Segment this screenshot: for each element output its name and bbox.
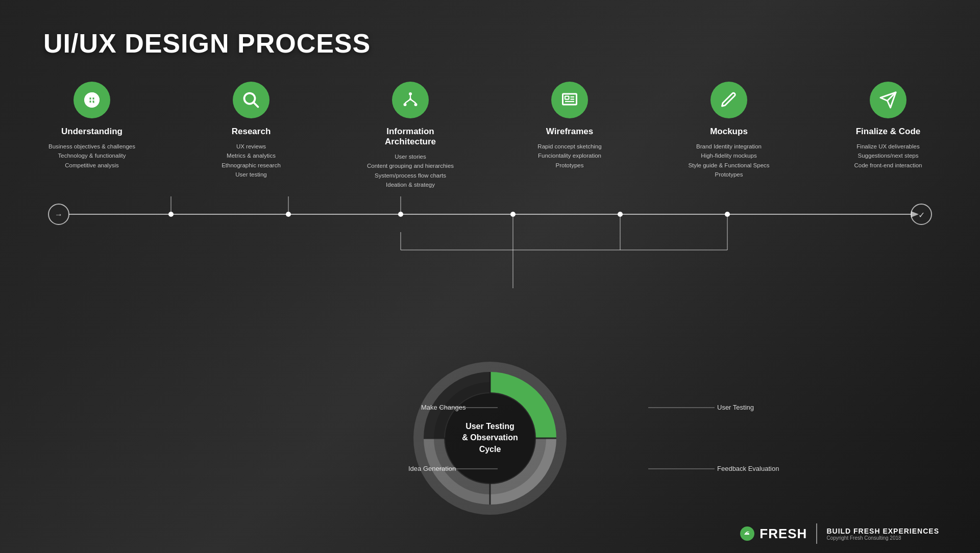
step-info-arch-items: User stories Content grouping and hierar… <box>367 152 454 190</box>
list-item: High-fidelity mockups <box>688 151 769 160</box>
page-title: UI/UX DESIGN PROCESS <box>43 28 371 59</box>
step-finalize-title: Finalize & Code <box>856 127 921 137</box>
step-info-arch: Information Architecture User stories Co… <box>362 82 459 190</box>
list-item: User testing <box>222 170 281 179</box>
list-item: User stories <box>367 152 454 161</box>
list-item: System/process flow charts <box>367 171 454 180</box>
step-understanding-items: Business objectives & challenges Technol… <box>48 142 135 170</box>
list-item: Metrics & analytics <box>222 151 281 160</box>
list-item: Competitive analysis <box>48 161 135 170</box>
footer-divider <box>816 523 817 544</box>
list-item: Ethnographic research <box>222 161 281 170</box>
svg-rect-11 <box>565 96 569 99</box>
step-finalize: Finalize & Code Finalize UX deliverables… <box>840 82 937 170</box>
cycle-diagram: User Testing & Observation Cycle User Te… <box>408 357 572 520</box>
step-mockups-items: Brand Identity integration High-fidelity… <box>688 142 769 180</box>
step-research-title: Research <box>232 127 271 137</box>
footer-tagline: BUILD FRESH EXPERIENCES Copyright Fresh … <box>826 527 939 541</box>
list-item: Finalize UX deliverables <box>854 142 922 151</box>
list-item: Style guide & Functional Specs <box>688 161 769 170</box>
step-wireframes: Wireframes Rapid concept sketching Funci… <box>521 82 618 170</box>
list-item: Ideation & strategy <box>367 180 454 189</box>
main-content: UI/UX DESIGN PROCESS Understanding Busin… <box>0 0 980 553</box>
svg-text:Feedback Evaluation: Feedback Evaluation <box>717 465 779 472</box>
list-item: Funciontality exploration <box>537 151 601 160</box>
mockups-icon <box>710 82 747 118</box>
svg-text:→: → <box>55 210 63 219</box>
svg-text:✓: ✓ <box>918 211 925 219</box>
svg-point-5 <box>414 103 418 106</box>
fresh-logo-icon <box>739 525 755 542</box>
footer-logo-text: FRESH <box>760 526 807 542</box>
cycle-title-line2: & Observation <box>462 433 518 444</box>
info-arch-icon <box>392 82 429 118</box>
svg-point-4 <box>404 103 407 106</box>
step-research-items: UX reviews Metrics & analytics Ethnograp… <box>222 142 281 180</box>
wireframes-icon <box>551 82 588 118</box>
steps-row: Understanding Business objectives & chal… <box>43 82 937 190</box>
footer-tagline-bottom: Copyright Fresh Consulting 2018 <box>826 535 939 541</box>
step-research: Research UX reviews Metrics & analytics … <box>203 82 300 180</box>
cycle-title-line1: User Testing <box>462 421 518 432</box>
step-finalize-items: Finalize UX deliverables Suggestions/nex… <box>854 142 922 170</box>
list-item: Brand Identity integration <box>688 142 769 151</box>
list-item: Business objectives & challenges <box>48 142 135 151</box>
list-item: Prototypes <box>688 170 769 179</box>
cycle-title-line3: Cycle <box>462 444 518 455</box>
footer: FRESH BUILD FRESH EXPERIENCES Copyright … <box>739 523 939 544</box>
research-icon <box>233 82 270 118</box>
list-item: Technology & functionality <box>48 151 135 160</box>
step-wireframes-title: Wireframes <box>546 127 593 137</box>
list-item: Suggestions/next steps <box>854 151 922 160</box>
list-item: UX reviews <box>222 142 281 151</box>
list-item: Code front-end interaction <box>854 161 922 170</box>
list-item: Prototypes <box>537 161 601 170</box>
list-item: Content grouping and hierarchies <box>367 161 454 170</box>
step-mockups: Mockups Brand Identity integration High-… <box>680 82 777 180</box>
list-item: Rapid concept sketching <box>537 142 601 151</box>
step-understanding: Understanding Business objectives & chal… <box>43 82 140 170</box>
footer-logo: FRESH <box>739 525 807 542</box>
svg-point-3 <box>409 92 412 95</box>
step-understanding-title: Understanding <box>61 127 122 137</box>
finalize-icon <box>870 82 906 118</box>
understanding-icon <box>74 82 110 118</box>
svg-point-9 <box>409 98 412 100</box>
step-info-arch-title: Information Architecture <box>362 127 459 147</box>
svg-line-2 <box>254 103 258 107</box>
footer-tagline-top: BUILD FRESH EXPERIENCES <box>826 527 939 535</box>
step-wireframes-items: Rapid concept sketching Funciontality ex… <box>537 142 601 170</box>
step-mockups-title: Mockups <box>710 127 748 137</box>
